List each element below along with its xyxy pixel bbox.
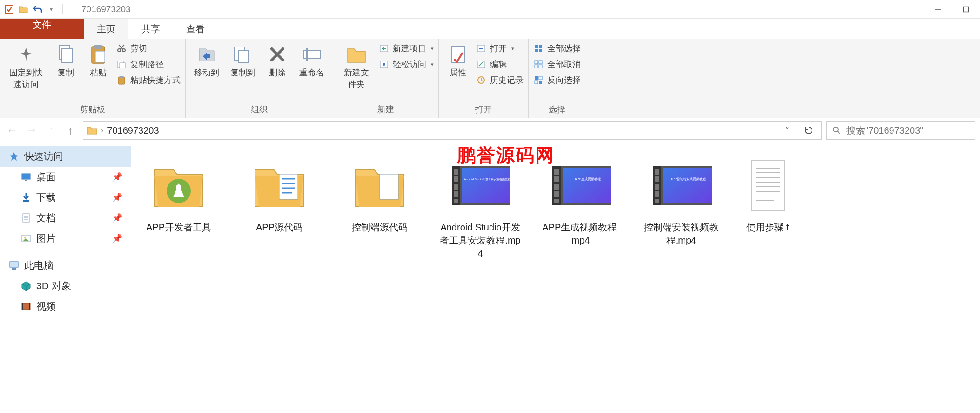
sidebar-this-pc[interactable]: 此电脑 (0, 255, 131, 276)
window-controls (924, 0, 980, 19)
nav-forward-button[interactable]: → (24, 123, 39, 138)
svg-rect-7 (95, 51, 105, 62)
open-button[interactable]: 打开▾ (476, 43, 524, 54)
watermark-text: 鹏誉源码网 (457, 142, 555, 168)
maximize-button[interactable] (952, 0, 980, 19)
address-dropdown-icon[interactable]: ˅ (779, 121, 796, 140)
svg-rect-32 (539, 65, 542, 68)
nav-back-button[interactable]: ← (5, 123, 20, 138)
svg-point-47 (24, 237, 26, 238)
file-name: Android Studio开发者工具安装教程.mp4 (438, 221, 522, 260)
file-item[interactable]: APP源代码 (237, 156, 321, 234)
checkbox-icon[interactable] (5, 5, 14, 14)
svg-rect-35 (535, 81, 538, 84)
nav-up-button[interactable]: ↑ (63, 123, 78, 138)
paste-button[interactable]: 粘贴 (84, 42, 113, 81)
tab-file[interactable]: 文件 (0, 19, 84, 39)
crumb-current[interactable]: 7016973203 (107, 125, 159, 136)
group-organize: 移动到 复制到 删除 重命名 组织 (186, 39, 333, 118)
copy-to-button[interactable]: 复制到 (227, 42, 259, 81)
sidebar-desktop[interactable]: 桌面 📌 (0, 167, 131, 187)
svg-rect-31 (535, 65, 538, 68)
move-to-button[interactable]: 移动到 (190, 42, 223, 81)
file-item[interactable]: 控制端源代码 (338, 156, 422, 234)
tab-share[interactable]: 共享 (128, 19, 173, 39)
picture-icon (20, 233, 32, 244)
sidebar-documents[interactable]: 文档 📌 (0, 208, 131, 228)
sidebar-label: 桌面 (36, 170, 56, 183)
window-title: 7016973203 (69, 4, 131, 14)
file-item[interactable]: 使用步骤.t (740, 156, 796, 234)
sidebar-label: 3D 对象 (36, 279, 71, 292)
group-new: 新建文件夹 新建项目▾ 轻松访问▾ 新建 (333, 39, 439, 118)
file-item[interactable]: APP生成视频教程 APP生成视频教程.mp4 (539, 156, 623, 247)
folder-docs-icon (249, 156, 309, 216)
pin-quick-access-button[interactable]: 固定到快速访问 (5, 42, 47, 92)
qat-dropdown-icon[interactable]: ▾ (47, 5, 56, 14)
search-box[interactable] (826, 121, 975, 140)
video-icon: APP控制端安装视频教程 (651, 156, 712, 216)
select-all-label: 全部选择 (547, 43, 581, 54)
sidebar-quick-access[interactable]: 快速访问 (0, 146, 131, 167)
open-icon (476, 43, 486, 54)
svg-rect-104 (663, 168, 712, 203)
quick-access-toolbar: ▾ (0, 4, 69, 14)
sidebar-pictures[interactable]: 图片 📌 (0, 228, 131, 249)
svg-rect-65 (454, 176, 458, 182)
easy-access-label: 轻松访问 (393, 59, 426, 70)
tab-view[interactable]: 查看 (173, 19, 218, 39)
group-select-label: 选择 (533, 102, 581, 117)
tab-home[interactable]: 主页 (84, 19, 128, 39)
group-select: 全部选择 全部取消 反向选择 选择 (529, 39, 585, 118)
copy-icon (55, 44, 76, 65)
svg-rect-64 (454, 169, 458, 175)
new-item-button[interactable]: 新建项目▾ (379, 43, 434, 54)
copy-path-button[interactable]: 复制路径 (116, 59, 181, 70)
content-pane[interactable]: 鹏誉源码网 APP开发者工具 APP源代码 控制端源代码 (131, 142, 980, 413)
copy-to-label: 复制到 (230, 67, 255, 79)
new-item-icon (379, 43, 389, 54)
cut-button[interactable]: 剪切 (116, 43, 181, 54)
svg-rect-36 (539, 81, 542, 84)
edit-button[interactable]: 编辑 (476, 59, 524, 70)
video-icon: APP生成视频教程 (550, 156, 611, 216)
nav-recent-dropdown[interactable]: ˅ (44, 123, 59, 138)
paste-shortcut-button[interactable]: 粘贴快捷方式 (116, 74, 181, 86)
undo-icon[interactable] (33, 5, 42, 14)
refresh-button[interactable] (800, 121, 818, 140)
text-file-icon (738, 156, 798, 216)
select-all-button[interactable]: 全部选择 (533, 43, 581, 54)
easy-access-button[interactable]: 轻松访问▾ (379, 59, 434, 70)
group-clipboard-label: 剪贴板 (5, 102, 181, 117)
sidebar-videos[interactable]: 视频 (0, 296, 131, 317)
svg-rect-81 (554, 184, 559, 190)
copy-button[interactable]: 复制 (51, 42, 80, 81)
file-item[interactable]: Android Studio开发工具安装视频教程 Android Studio开… (438, 156, 522, 260)
select-none-button[interactable]: 全部取消 (533, 59, 581, 70)
invert-selection-button[interactable]: 反向选择 (533, 74, 581, 86)
cube-icon (20, 280, 32, 291)
svg-rect-48 (10, 262, 18, 267)
sidebar-3d-objects[interactable]: 3D 对象 (0, 276, 131, 296)
svg-rect-28 (539, 49, 542, 52)
minimize-button[interactable] (924, 0, 952, 19)
invert-icon (533, 75, 544, 85)
search-input[interactable] (846, 125, 969, 136)
separator (62, 4, 63, 14)
file-item[interactable]: APP控制端安装视频教程 控制端安装视频教程.mp4 (639, 156, 723, 247)
file-item[interactable]: APP开发者工具 (137, 156, 221, 234)
select-none-icon (533, 59, 544, 69)
breadcrumb[interactable]: › 7016973203 ˅ (83, 121, 822, 140)
new-folder-button[interactable]: 新建文件夹 (338, 42, 375, 92)
history-button[interactable]: 历史记录 (476, 74, 524, 86)
chevron-right-icon[interactable]: › (101, 126, 103, 135)
copy-to-icon (232, 44, 254, 65)
properties-button[interactable]: 属性 (443, 42, 472, 81)
select-all-icon (533, 43, 544, 54)
edit-icon (476, 59, 486, 69)
rename-button[interactable]: 重命名 (295, 42, 328, 81)
delete-button[interactable]: 删除 (263, 42, 292, 81)
folder-icon[interactable] (19, 5, 28, 14)
new-folder-icon (346, 44, 367, 65)
sidebar-downloads[interactable]: 下载 📌 (0, 187, 131, 208)
